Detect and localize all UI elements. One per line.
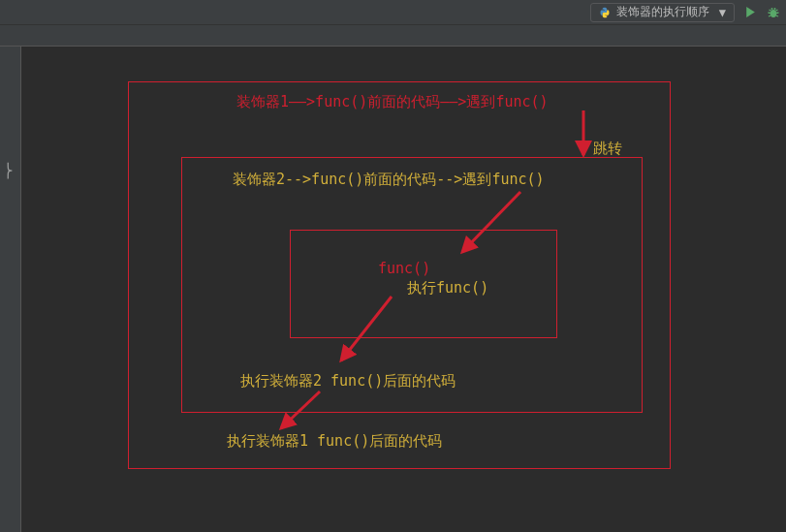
svg-line-5 — [770, 10, 771, 11]
svg-point-7 — [771, 8, 773, 10]
bug-icon — [767, 6, 780, 19]
collapse-icon[interactable]: ⎬ — [3, 163, 14, 179]
func-label: func() — [378, 260, 430, 277]
run-config-label: 装饰器的执行顺序 — [616, 4, 709, 20]
tab-bar — [0, 25, 786, 47]
editor-gutter: ⎬ — [0, 47, 21, 532]
debug-button[interactable] — [767, 6, 780, 19]
play-icon — [744, 6, 757, 18]
editor-area: 装饰器1——>func()前面的代码——>遇到func() 跳转 装饰器2-->… — [21, 47, 786, 532]
run-config-dropdown[interactable]: 装饰器的执行顺序 ▼ — [590, 3, 735, 22]
run-button[interactable] — [744, 6, 757, 18]
svg-line-2 — [776, 13, 779, 14]
svg-line-3 — [769, 16, 770, 16]
decorator-flow-diagram: 装饰器1——>func()前面的代码——>遇到func() 跳转 装饰器2-->… — [128, 81, 671, 469]
jump-label: 跳转 — [593, 140, 622, 158]
svg-line-4 — [776, 16, 778, 16]
svg-line-6 — [776, 10, 778, 11]
svg-point-0 — [770, 10, 776, 17]
python-icon — [599, 7, 611, 18]
svg-line-1 — [769, 13, 771, 14]
exec-decorator1-label: 执行装饰器1 func()后面的代码 — [227, 432, 442, 451]
chevron-down-icon: ▼ — [719, 6, 726, 19]
toolbar: 装饰器的执行顺序 ▼ — [0, 0, 786, 25]
exec-func-label: 执行func() — [407, 279, 488, 297]
exec-decorator2-label: 执行装饰器2 func()后面的代码 — [240, 372, 456, 391]
decorator1-title: 装饰器1——>func()前面的代码——>遇到func() — [236, 93, 549, 111]
decorator2-title: 装饰器2-->func()前面的代码-->遇到func() — [233, 171, 545, 189]
svg-point-8 — [774, 8, 776, 10]
